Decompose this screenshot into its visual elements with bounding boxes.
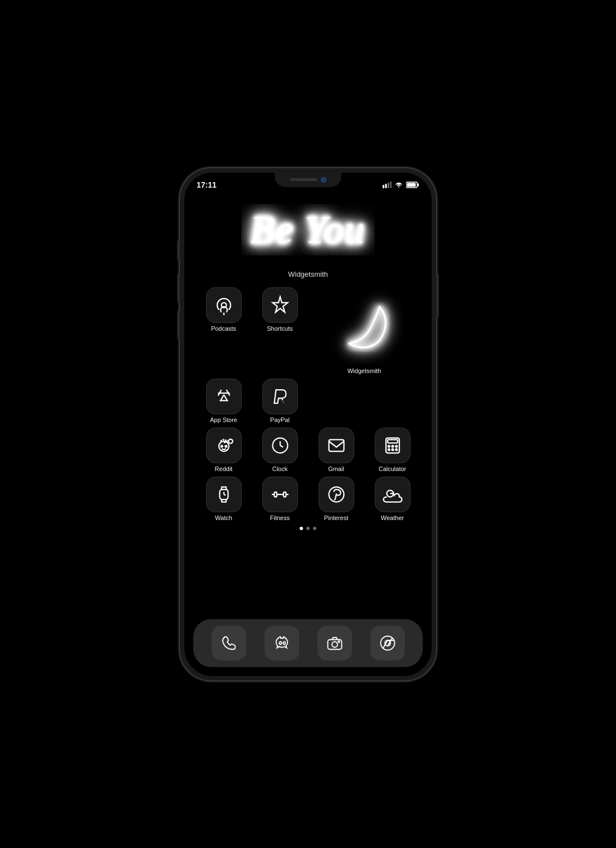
dock-chrome[interactable] bbox=[370, 626, 405, 660]
watch-icon-wrap bbox=[206, 477, 242, 512]
podcasts-icon bbox=[214, 295, 234, 315]
pinterest-icon-wrap bbox=[319, 477, 354, 512]
calculator-icon bbox=[383, 435, 403, 455]
svg-rect-1 bbox=[385, 184, 387, 188]
volume-down-button[interactable] bbox=[177, 311, 180, 340]
svg-point-26 bbox=[388, 445, 389, 447]
svg-point-43 bbox=[332, 641, 338, 647]
app-appstore[interactable]: App Store bbox=[195, 379, 252, 423]
mute-button[interactable] bbox=[177, 241, 180, 261]
weather-label: Weather bbox=[381, 514, 404, 521]
svg-rect-6 bbox=[407, 183, 416, 187]
svg-line-22 bbox=[280, 445, 283, 447]
dock bbox=[193, 619, 423, 667]
widgetsmith-moon-label: Widgetsmith bbox=[348, 367, 382, 374]
app-watch[interactable]: Watch bbox=[195, 477, 252, 521]
clock-icon bbox=[270, 435, 290, 455]
gmail-icon-wrap bbox=[319, 428, 354, 463]
app-widgetsmith-moon[interactable]: Widgetsmith bbox=[308, 287, 421, 374]
svg-point-16 bbox=[221, 445, 222, 447]
app-fitness[interactable]: Fitness bbox=[252, 477, 308, 521]
svg-text:Be You: Be You bbox=[251, 208, 365, 251]
svg-rect-38 bbox=[283, 492, 286, 497]
discord-icon bbox=[273, 635, 290, 651]
watch-label: Watch bbox=[215, 514, 232, 521]
dock-phone[interactable] bbox=[212, 626, 246, 660]
power-button[interactable] bbox=[436, 274, 439, 317]
volume-up-button[interactable] bbox=[177, 274, 180, 303]
app-pinterest[interactable]: Pinterest bbox=[308, 477, 364, 521]
fitness-icon-wrap bbox=[262, 477, 298, 512]
clock-label: Clock bbox=[272, 465, 288, 472]
neon-title: Be You bbox=[241, 203, 375, 267]
page-dot-2 bbox=[306, 527, 310, 530]
status-bar: 17:11 bbox=[184, 173, 432, 192]
home-screen: Be You Widgetsmith bbox=[184, 192, 432, 676]
shortcuts-icon-wrap bbox=[262, 287, 298, 323]
app-shortcuts[interactable]: Shortcuts bbox=[252, 287, 308, 374]
home-area: Be You Widgetsmith bbox=[184, 192, 432, 617]
svg-point-31 bbox=[395, 449, 397, 450]
page-dots bbox=[300, 527, 316, 530]
dock-camera[interactable] bbox=[317, 626, 352, 660]
neon-moon-icon bbox=[334, 295, 395, 358]
dock-discord[interactable] bbox=[265, 626, 299, 660]
podcasts-icon-wrap bbox=[206, 287, 242, 323]
shortcuts-icon bbox=[270, 295, 290, 315]
wifi-icon bbox=[394, 182, 403, 188]
appstore-icon bbox=[214, 386, 234, 406]
notch bbox=[275, 173, 341, 187]
pinterest-icon bbox=[326, 484, 346, 504]
app-paypal[interactable]: PayPal bbox=[252, 379, 308, 423]
svg-rect-5 bbox=[418, 183, 419, 186]
chrome-icon bbox=[379, 635, 396, 651]
svg-point-30 bbox=[392, 449, 393, 450]
svg-point-28 bbox=[395, 445, 397, 447]
svg-rect-0 bbox=[383, 185, 384, 188]
svg-point-27 bbox=[392, 445, 393, 447]
app-reddit[interactable]: Reddit bbox=[195, 428, 252, 472]
app-grid-row3: Reddit Clock bbox=[195, 428, 421, 472]
app-calculator[interactable]: Calculator bbox=[364, 428, 421, 472]
app-weather[interactable]: Weather bbox=[364, 477, 421, 521]
calculator-label: Calculator bbox=[379, 465, 407, 472]
app-podcasts[interactable]: Podcasts bbox=[195, 287, 252, 374]
app-gmail[interactable]: Gmail bbox=[308, 428, 364, 472]
widget-label: Widgetsmith bbox=[288, 270, 328, 278]
weather-icon bbox=[383, 484, 403, 504]
weather-icon-wrap bbox=[375, 477, 410, 512]
app-grid-row2: App Store PayPal bbox=[195, 379, 421, 423]
svg-point-29 bbox=[388, 449, 389, 450]
clock-icon-wrap bbox=[262, 428, 298, 463]
gmail-label: Gmail bbox=[328, 465, 344, 472]
status-time: 17:11 bbox=[197, 180, 217, 189]
fitness-label: Fitness bbox=[270, 514, 290, 521]
calculator-icon-wrap bbox=[375, 428, 410, 463]
paypal-icon-wrap bbox=[262, 379, 298, 414]
svg-point-17 bbox=[225, 445, 227, 447]
shortcuts-label: Shortcuts bbox=[267, 325, 292, 332]
gmail-icon bbox=[326, 435, 346, 455]
paypal-icon bbox=[270, 386, 290, 406]
svg-marker-10 bbox=[272, 297, 287, 312]
page-dot-3 bbox=[313, 527, 316, 530]
svg-rect-25 bbox=[388, 439, 398, 443]
battery-icon bbox=[406, 182, 419, 188]
widgetsmith-icon-wrap bbox=[325, 287, 403, 365]
svg-point-18 bbox=[228, 439, 233, 443]
svg-rect-3 bbox=[390, 182, 392, 188]
svg-point-44 bbox=[338, 641, 340, 643]
paypal-label: PayPal bbox=[270, 416, 290, 423]
phone-screen: 17:11 bbox=[184, 173, 432, 676]
status-icons bbox=[383, 182, 419, 188]
reddit-icon bbox=[214, 435, 234, 455]
reddit-label: Reddit bbox=[215, 465, 233, 472]
appstore-label: App Store bbox=[210, 416, 237, 423]
phone-frame: 17:11 bbox=[180, 168, 436, 680]
svg-line-34 bbox=[224, 494, 226, 496]
fitness-icon bbox=[270, 484, 290, 504]
reddit-icon-wrap bbox=[206, 428, 242, 463]
svg-rect-2 bbox=[388, 183, 389, 188]
signal-icon bbox=[383, 182, 392, 188]
app-clock[interactable]: Clock bbox=[252, 428, 308, 472]
